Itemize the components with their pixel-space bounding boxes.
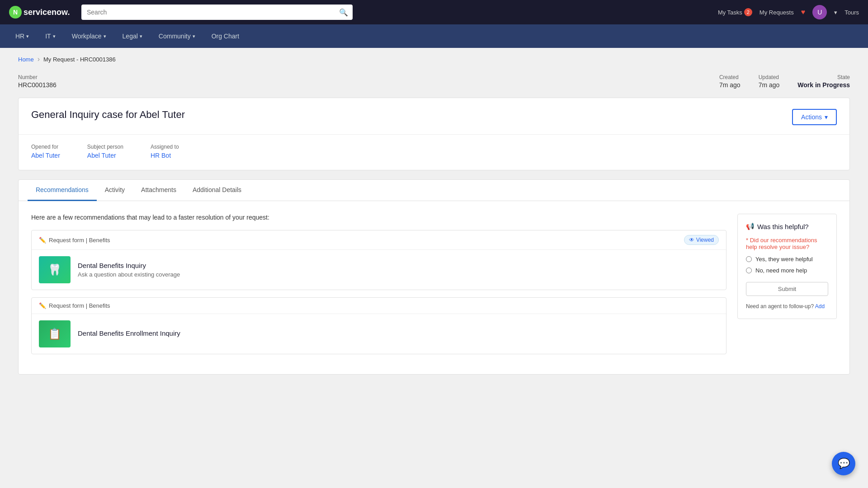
number-label: Number — [18, 74, 57, 80]
nav-item-legal[interactable]: Legal ▾ — [116, 24, 149, 48]
actions-button[interactable]: Actions ▾ — [792, 109, 837, 125]
created-section: Created 7m ago — [719, 74, 741, 89]
header-info: Number HRC0001386 Created 7m ago Updated… — [0, 70, 868, 98]
need-agent-section: Need an agent to follow-up? Add — [746, 302, 828, 310]
rec-card-1-type: ✏️ Request form | Benefits — [39, 237, 110, 244]
rec-thumbnail-icon-1: 🦷 — [48, 263, 61, 276]
tab-content: Here are a few recommendations that may … — [19, 201, 849, 374]
state-label: State — [797, 74, 850, 80]
assigned-to-field: Assigned to HR Bot — [151, 144, 179, 159]
rec-info-2: Dental Benefits Enrollment Inquiry — [78, 329, 180, 339]
my-tasks-label: My Tasks — [718, 9, 742, 16]
secondary-nav: HR ▾ IT ▾ Workplace ▾ Legal ▾ Community … — [0, 24, 868, 48]
avatar[interactable]: U — [812, 5, 827, 19]
my-requests-nav-item[interactable]: My Requests — [760, 9, 794, 16]
state-value: Work in Progress — [797, 81, 850, 89]
actions-label: Actions — [801, 113, 822, 121]
tabs-bar: Recommendations Activity Attachments Add… — [19, 180, 849, 201]
rec-card-1-body[interactable]: 🦷 Dental Benefits Inquiry Ask a question… — [32, 250, 726, 290]
helpful-card: 📢 Was this helpful? * Did our recommenda… — [737, 214, 837, 319]
nav-label-it: IT — [45, 33, 51, 40]
case-title: General Inquiry case for Abel Tuter — [31, 109, 185, 121]
helpful-title: 📢 Was this helpful? — [746, 222, 828, 230]
radio-yes-label: Yes, they were helpful — [755, 256, 813, 263]
subject-person-label: Subject person — [87, 144, 123, 150]
chevron-down-icon[interactable]: ▾ — [834, 9, 837, 16]
tabs-card: Recommendations Activity Attachments Add… — [18, 179, 850, 375]
helpful-question: * Did our recommendations help resolve y… — [746, 237, 828, 250]
actions-chevron-icon: ▾ — [825, 113, 828, 121]
search-input[interactable] — [81, 5, 353, 20]
submit-label: Submit — [778, 286, 796, 292]
nav-item-it[interactable]: IT ▾ — [39, 24, 61, 48]
rec-card-2: ✏️ Request form | Benefits 📋 Dental Bene… — [31, 297, 726, 354]
edit-icon-2: ✏️ — [39, 302, 46, 309]
radio-yes[interactable] — [746, 256, 752, 262]
tours-label: Tours — [844, 9, 859, 16]
assigned-to-label: Assigned to — [151, 144, 179, 150]
rec-card-1: ✏️ Request form | Benefits 👁 Viewed 🦷 De… — [31, 230, 726, 290]
submit-button[interactable]: Submit — [746, 282, 828, 296]
chevron-legal-icon: ▾ — [140, 33, 142, 39]
nav-item-workplace[interactable]: Workplace ▾ — [66, 24, 113, 48]
logo-icon: N — [9, 6, 22, 19]
rec-info-1: Dental Benefits Inquiry Ask a question a… — [78, 262, 180, 278]
updated-value: 7m ago — [759, 81, 780, 89]
case-header: General Inquiry case for Abel Tuter Acti… — [19, 98, 849, 135]
nav-label-workplace: Workplace — [72, 33, 102, 40]
top-nav-right: My Tasks 2 My Requests ♥ U ▾ Tours — [718, 5, 859, 19]
created-value: 7m ago — [719, 81, 741, 89]
subject-person-value[interactable]: Abel Tuter — [87, 152, 116, 159]
radio-option-yes[interactable]: Yes, they were helpful — [746, 256, 828, 263]
case-card: General Inquiry case for Abel Tuter Acti… — [18, 98, 850, 170]
rec-card-1-type-label: Request form | Benefits — [49, 237, 110, 244]
rec-card-2-type: ✏️ Request form | Benefits — [39, 302, 110, 309]
number-value: HRC0001386 — [18, 81, 57, 89]
rec-title-1: Dental Benefits Inquiry — [78, 262, 180, 269]
favorites-icon[interactable]: ♥ — [801, 8, 806, 16]
need-agent-text: Need an agent to follow-up? — [746, 303, 814, 310]
updated-label: Updated — [759, 74, 780, 80]
nav-label-community: Community — [159, 33, 191, 40]
radio-no[interactable] — [746, 267, 752, 273]
rec-thumbnail-2: 📋 — [39, 320, 71, 347]
nav-label-hr: HR — [15, 33, 24, 40]
search-icon[interactable]: 🔍 — [339, 8, 348, 17]
tab-additional-details[interactable]: Additional Details — [184, 180, 250, 201]
rec-subtitle-1: Ask a question about existing coverage — [78, 271, 180, 278]
radio-option-no[interactable]: No, need more help — [746, 267, 828, 274]
helpful-title-text: Was this helpful? — [757, 223, 809, 230]
opened-for-value[interactable]: Abel Tuter — [31, 152, 60, 159]
tab-recommendations[interactable]: Recommendations — [28, 180, 97, 201]
my-tasks-nav-item[interactable]: My Tasks 2 — [718, 8, 752, 16]
top-nav: N servicenow. 🔍 My Tasks 2 My Requests ♥… — [0, 0, 868, 24]
required-mark: * — [746, 237, 750, 244]
chevron-hr-icon: ▾ — [26, 33, 29, 39]
assigned-to-value[interactable]: HR Bot — [151, 152, 171, 159]
nav-item-community[interactable]: Community ▾ — [152, 24, 202, 48]
tab-attachments[interactable]: Attachments — [133, 180, 184, 201]
helpful-question-text: Did our recommendations help resolve you… — [746, 237, 817, 250]
breadcrumb-home[interactable]: Home — [18, 56, 34, 63]
my-tasks-badge: 2 — [744, 8, 752, 16]
tab-activity[interactable]: Activity — [97, 180, 133, 201]
my-requests-label: My Requests — [760, 9, 794, 16]
tours-nav-item[interactable]: Tours — [844, 9, 859, 16]
helpful-sidebar: 📢 Was this helpful? * Did our recommenda… — [737, 214, 837, 361]
logo[interactable]: N servicenow. — [9, 6, 72, 19]
add-link[interactable]: Add — [815, 303, 825, 310]
nav-item-hr[interactable]: HR ▾ — [9, 24, 35, 48]
opened-for-label: Opened for — [31, 144, 60, 150]
rec-card-2-header: ✏️ Request form | Benefits — [32, 298, 726, 314]
search-bar-container: 🔍 — [81, 5, 353, 20]
case-number-section: Number HRC0001386 — [18, 74, 57, 89]
viewed-label-1: Viewed — [696, 237, 714, 243]
rec-thumbnail-1: 🦷 — [39, 256, 71, 283]
rec-title-2: Dental Benefits Enrollment Inquiry — [78, 329, 180, 337]
subject-person-field: Subject person Abel Tuter — [87, 144, 123, 159]
rec-card-2-body[interactable]: 📋 Dental Benefits Enrollment Inquiry — [32, 314, 726, 354]
chevron-workplace-icon: ▾ — [104, 33, 106, 39]
nav-item-org-chart[interactable]: Org Chart — [205, 24, 245, 48]
header-meta: Created 7m ago Updated 7m ago State Work… — [719, 74, 850, 89]
nav-label-org-chart: Org Chart — [212, 33, 239, 40]
